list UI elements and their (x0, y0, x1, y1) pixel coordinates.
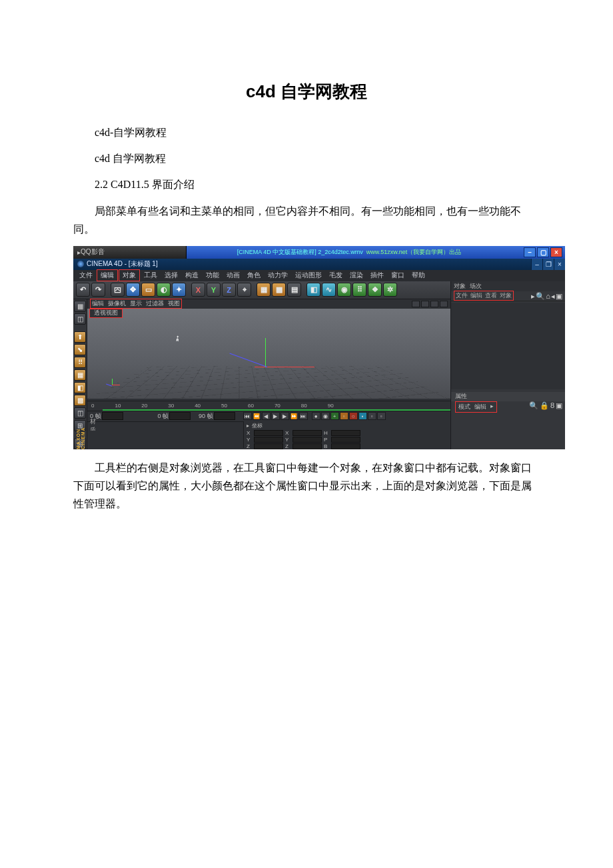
render-settings-icon[interactable]: ▤ (287, 283, 301, 297)
inner-maximize-icon[interactable]: ❐ (542, 259, 554, 270)
key-opt2-icon[interactable]: ▫ (377, 412, 386, 420)
pos-x[interactable] (254, 430, 283, 436)
size-z[interactable] (293, 443, 322, 449)
vp-display[interactable]: 显示 (130, 299, 142, 308)
key-param-icon[interactable]: ▪ (358, 412, 367, 420)
menu-hair[interactable]: 毛发 (326, 270, 346, 281)
redo-icon[interactable]: ↷ (91, 283, 105, 297)
vp-filter[interactable]: 过滤器 (146, 299, 164, 308)
x-lock-icon[interactable]: X (191, 283, 205, 297)
tab-scene[interactable]: 场次 (470, 282, 482, 291)
next-frame-icon[interactable]: ▶ (281, 412, 289, 420)
vp-nav1-icon[interactable] (412, 301, 420, 307)
menu-edit[interactable]: 编辑 (97, 269, 118, 281)
model-icon[interactable]: ⬆ (74, 331, 86, 343)
pos-y[interactable] (254, 437, 283, 443)
chevron-right-icon[interactable]: ▸ (490, 403, 494, 411)
panel-icon[interactable]: ▣ (556, 292, 562, 301)
vp-nav3-icon[interactable] (430, 301, 438, 307)
deformer-icon[interactable]: ❖ (368, 283, 382, 297)
menu-dyn[interactable]: 动力学 (265, 270, 291, 281)
object-list[interactable] (451, 303, 565, 389)
key-opt1-icon[interactable]: ▫ (368, 412, 376, 420)
array-icon[interactable]: ⠿ (352, 283, 366, 297)
obj-object[interactable]: 对象 (500, 291, 512, 300)
attr-edit[interactable]: 编辑 (474, 403, 486, 411)
scale-icon[interactable]: ▭ (141, 283, 155, 297)
prev-key-icon[interactable]: ⏪ (253, 412, 261, 420)
menu-window[interactable]: 窗口 (388, 270, 408, 281)
render-view-icon[interactable]: ▦ (257, 283, 271, 297)
size-y[interactable] (293, 437, 322, 443)
y-lock-icon[interactable]: Y (207, 283, 221, 297)
menu-mograph[interactable]: 运动图形 (292, 270, 325, 281)
inner-close-icon[interactable]: × (554, 259, 565, 270)
frame-field[interactable] (102, 412, 123, 420)
select-icon[interactable]: ⮹ (111, 283, 125, 297)
live-select-icon[interactable]: ▦ (74, 301, 86, 312)
inner-minimize-icon[interactable]: – (531, 259, 542, 270)
menu-tool[interactable]: 工具 (141, 270, 161, 281)
menu-structure[interactable]: 构造 (182, 270, 202, 281)
close-icon[interactable]: × (550, 247, 562, 257)
vp-view[interactable]: 视图 (168, 299, 180, 308)
spline-icon[interactable]: ∿ (322, 283, 336, 297)
key-pos-icon[interactable]: + (330, 412, 339, 420)
render-pic-icon[interactable]: ▩ (272, 283, 286, 297)
obj-view[interactable]: 查看 (485, 291, 497, 300)
menu-anim[interactable]: 动画 (223, 270, 243, 281)
goto-start-icon[interactable]: ⏮ (243, 412, 252, 420)
texture-icon[interactable]: ▩ (74, 395, 86, 406)
vp-nav2-icon[interactable] (421, 301, 429, 307)
rot-h[interactable] (331, 430, 360, 436)
axis-icon[interactable]: ⬊ (74, 344, 86, 355)
edge-icon[interactable]: ▦ (74, 369, 86, 381)
minimize-icon[interactable]: – (524, 247, 536, 257)
search-icon[interactable]: 🔍 (536, 292, 545, 301)
home-icon[interactable]: ⌂ (546, 292, 550, 301)
environment-icon[interactable]: ✲ (383, 283, 397, 297)
flag-icon[interactable]: ◂ (551, 292, 555, 301)
move-icon[interactable]: ✥ (126, 283, 140, 297)
prev-frame-icon[interactable]: ◀ (262, 412, 271, 420)
menu-char[interactable]: 角色 (244, 270, 264, 281)
coord-sys-icon[interactable]: ⌖ (237, 283, 251, 297)
maximize-icon[interactable]: ▢ (537, 247, 549, 257)
obj-file[interactable]: 文件 (456, 291, 468, 300)
menu-select[interactable]: 选择 (161, 270, 181, 281)
z-lock-icon[interactable]: Z (222, 283, 236, 297)
lock-icon[interactable]: 🔒 (540, 401, 549, 410)
autokey-icon[interactable]: ◉ (321, 412, 330, 420)
panel-icon[interactable]: ▣ (556, 401, 562, 410)
cube-icon[interactable]: ◧ (306, 283, 320, 297)
obj-edit[interactable]: 编辑 (470, 291, 482, 300)
numpad-icon[interactable]: 8 (550, 401, 554, 410)
viewport[interactable]: ➶ (87, 309, 450, 399)
point-icon[interactable]: ⠿ (74, 357, 86, 368)
menu-object[interactable]: 对象 (119, 269, 140, 281)
menu-function[interactable]: 功能 (203, 270, 223, 281)
frame-field[interactable] (214, 412, 235, 420)
rotate-icon[interactable]: ◐ (157, 283, 171, 297)
rot-p[interactable] (331, 437, 360, 443)
play-icon[interactable]: ▶ (271, 412, 280, 420)
poly-icon[interactable]: ◧ (74, 382, 86, 393)
nurbs-icon[interactable]: ◉ (337, 283, 351, 297)
key-rot-icon[interactable]: ○ (349, 412, 358, 420)
rot-b[interactable] (331, 443, 360, 449)
menu-file[interactable]: 文件 (76, 270, 96, 281)
tab-object[interactable]: 对象 (454, 282, 466, 291)
menu-plugin[interactable]: 插件 (367, 270, 387, 281)
goto-end-icon[interactable]: ⏭ (299, 412, 308, 420)
undo-icon[interactable]: ↶ (76, 283, 90, 297)
vp-nav4-icon[interactable] (440, 301, 448, 307)
vp-camera[interactable]: 摄像机 (108, 299, 126, 308)
next-key-icon[interactable]: ⏩ (290, 412, 299, 420)
frame-field[interactable] (169, 412, 191, 420)
timeline[interactable]: 0 10 20 30 40 50 60 70 80 90 (87, 401, 450, 411)
vp-edit[interactable]: 编辑 (92, 299, 104, 308)
record-icon[interactable]: ● (312, 412, 320, 420)
attr-mode[interactable]: 模式 (458, 403, 470, 411)
search-icon[interactable]: 🔍 (529, 401, 538, 410)
size-x[interactable] (293, 430, 322, 436)
